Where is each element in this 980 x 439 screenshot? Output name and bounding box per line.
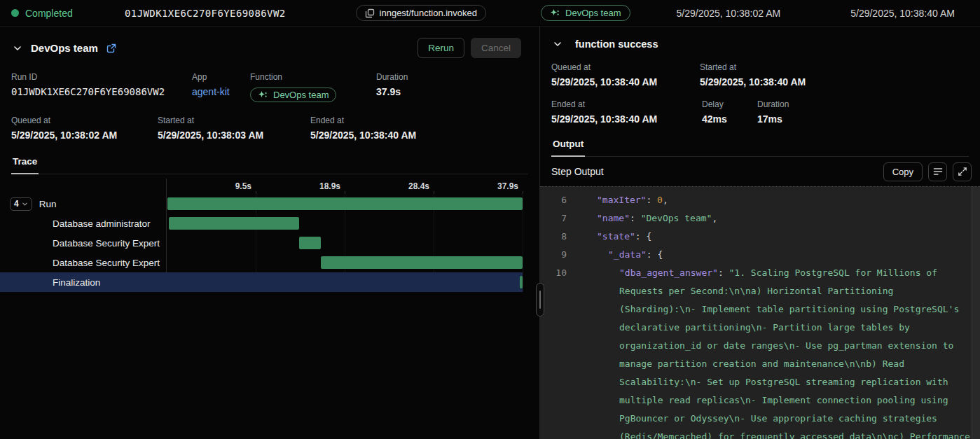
output-scrollbar[interactable] [972, 187, 980, 439]
trace-row[interactable]: Database Security Expert [0, 253, 523, 272]
external-link-icon [106, 43, 116, 53]
collapse-run-chevron[interactable] [11, 42, 24, 55]
sparkle-icon [550, 8, 560, 18]
field-run-id: Run ID 01JWDK1XE6C270F6YE69086VW2 [11, 72, 192, 102]
copy-event-icon [365, 8, 375, 18]
trace-row-chart [166, 233, 523, 253]
rerun-button[interactable]: Rerun [417, 38, 464, 58]
step-panel-tabs: Output [551, 136, 969, 157]
trace-row-label: Database Security Expert [0, 233, 166, 253]
panel-resize-handle[interactable] [536, 283, 544, 316]
trace-row-label: 4Run [0, 194, 166, 214]
step-title: function success [575, 39, 658, 50]
trace-row-chart [166, 214, 523, 233]
status-completed-dot [11, 9, 19, 17]
step-panel: function success Queued at 5/29/2025, 10… [540, 27, 980, 439]
trace-row[interactable]: Database Security Expert [0, 233, 523, 253]
run-metadata: Run ID 01JWDK1XE6C270F6YE69086VW2 App ag… [0, 72, 539, 141]
step-metadata: Queued at 5/29/2025, 10:38:40 AM Started… [540, 62, 980, 125]
field-ended-at: Ended at 5/29/2025, 10:38:40 AM [310, 116, 528, 141]
step-output-code: 6"maxIter": 0,7"name": "DevOps team",8"s… [540, 186, 980, 439]
chevron-down-icon [13, 43, 22, 53]
collapse-step-chevron[interactable] [551, 38, 564, 50]
line-number: 8 [540, 228, 567, 246]
line-number: 6 [540, 191, 567, 209]
field-step-started: Started at 5/29/2025, 10:38:40 AM [700, 62, 969, 88]
field-started-at: Started at 5/29/2025, 10:38:03 AM [158, 116, 310, 141]
duration-value: 37.9s [376, 86, 528, 97]
axis-tick-label: 18.9s [319, 181, 345, 191]
open-run-external-link[interactable] [106, 43, 116, 53]
cancel-button[interactable]: Cancel [471, 38, 521, 58]
step-panel-header: function success [540, 27, 980, 50]
step-output-bar: Step Output Copy [540, 157, 980, 186]
tab-trace[interactable]: Trace [11, 153, 39, 174]
trace-waterfall: 9.5s18.9s28.4s37.9s 4RunDatabase adminis… [0, 179, 523, 292]
field-step-ended: Ended at 5/29/2025, 10:38:40 AM [551, 99, 702, 125]
ended-at-value: 5/29/2025, 10:38:40 AM [310, 130, 528, 141]
code-line: 8"state": { [540, 228, 980, 246]
run-status-topbar: Completed 01JWDK1XE6C270F6YE69086VW2 inn… [0, 0, 980, 27]
wrap-text-button[interactable] [928, 162, 947, 181]
axis-tick-label: 9.5s [235, 181, 256, 191]
function-badge-label: DevOps team [565, 8, 621, 18]
chevron-down-icon [22, 201, 28, 207]
event-name-badge[interactable]: inngest/function.invoked [356, 5, 486, 21]
trace-row-label: Database Security Expert [0, 253, 166, 272]
run-status: Completed [11, 8, 101, 19]
run-panel-tabs: Trace [11, 153, 528, 174]
wrap-text-icon [932, 166, 944, 177]
span-count-dropdown[interactable]: 4 [10, 197, 32, 211]
code-line: 9"_data": { [540, 246, 980, 264]
inngest-run-details-page: Completed 01JWDK1XE6C270F6YE69086VW2 inn… [0, 0, 980, 439]
code-line: 6"maxIter": 0, [540, 191, 980, 209]
trace-span-bar [520, 276, 523, 288]
trace-span-bar [169, 217, 299, 230]
trace-time-axis: 9.5s18.9s28.4s37.9s [0, 179, 523, 194]
trace-span-bar [299, 237, 322, 249]
copy-output-button[interactable]: Copy [883, 162, 923, 181]
axis-tick-label: 28.4s [408, 181, 434, 191]
event-name-label: inngest/function.invoked [380, 8, 477, 18]
field-queued-at: Queued at 5/29/2025, 10:38:02 AM [11, 116, 158, 141]
code-line: 7"name": "DevOps team", [540, 209, 980, 228]
tab-output[interactable]: Output [551, 136, 585, 157]
function-badge[interactable]: DevOps team [541, 5, 630, 21]
run-panel: DevOps team Rerun Cancel Run ID 01JWD [0, 27, 540, 439]
trace-row[interactable]: 4Run [0, 194, 523, 214]
status-label: Completed [25, 8, 73, 19]
trace-row-label: Database administrator [0, 214, 166, 233]
topbar-queued-timestamp: 5/29/2025, 10:38:02 AM [677, 8, 781, 19]
step-output-title: Step Output [551, 166, 604, 177]
trace-row[interactable]: Database administrator [0, 214, 523, 233]
trace-rows: 4RunDatabase administratorDatabase Secur… [0, 194, 523, 292]
topbar-run-id: 01JWDK1XE6C270F6YE69086VW2 [125, 8, 286, 19]
run-actions: Rerun Cancel [417, 38, 521, 58]
main-split: DevOps team Rerun Cancel Run ID 01JWD [0, 27, 980, 439]
code-line: 10"dba_agent_answer": "1. Scaling Postgr… [540, 264, 980, 439]
code-lines: 6"maxIter": 0,7"name": "DevOps team",8"s… [540, 191, 980, 439]
trace-row[interactable]: Finalization [0, 272, 523, 292]
app-link[interactable]: agent-kit [192, 86, 250, 97]
run-title: DevOps team [31, 42, 98, 54]
expand-output-button[interactable] [953, 162, 972, 181]
sparkle-icon [258, 90, 268, 100]
trace-span-bar [321, 256, 523, 269]
function-field-badge[interactable]: DevOps team [250, 88, 336, 102]
step-output-actions: Copy [883, 162, 972, 181]
topbar-ended-timestamp: 5/29/2025, 10:38:40 AM [850, 8, 955, 19]
queued-at-value: 5/29/2025, 10:38:02 AM [11, 130, 158, 141]
expand-icon [957, 166, 968, 177]
trace-row-chart [166, 253, 523, 272]
line-number: 9 [540, 246, 567, 264]
trace-axis-chart-area: 9.5s18.9s28.4s37.9s [166, 179, 523, 194]
trace-row-chart [166, 194, 523, 214]
axis-tick-label: 37.9s [497, 181, 523, 191]
run-id-value: 01JWDK1XE6C270F6YE69086VW2 [11, 86, 192, 97]
started-at-value: 5/29/2025, 10:38:03 AM [158, 130, 310, 141]
field-step-queued: Queued at 5/29/2025, 10:38:40 AM [551, 62, 700, 88]
field-app: App agent-kit [192, 72, 250, 102]
trace-row-label: Finalization [0, 272, 166, 292]
field-function: Function DevOps team [250, 72, 376, 102]
field-duration: Duration 37.9s [376, 72, 528, 102]
